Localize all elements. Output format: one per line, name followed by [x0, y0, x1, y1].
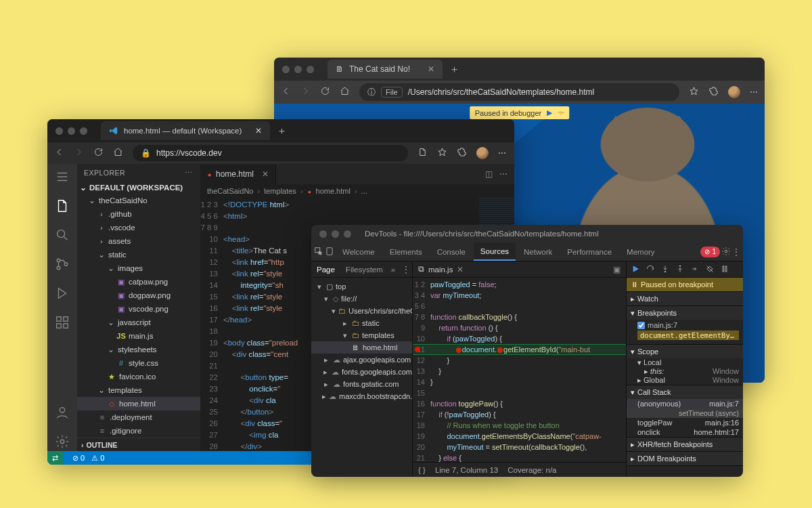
extensions-view-button[interactable]: [55, 315, 70, 332]
editor-tab-homehtml[interactable]: ⬥ home.html ✕: [200, 164, 276, 184]
folder-templates[interactable]: ⌄templates: [77, 383, 200, 397]
browser-tab-active[interactable]: 🗎 The Cat said No! ✕: [328, 60, 443, 79]
step-over-button[interactable]: [646, 264, 655, 275]
dom-bp-section[interactable]: ▸DOM Breakpoints: [627, 452, 743, 465]
source-code[interactable]: 1 2 3 4 5 6 7 8 9 10 11 12 13 14 15 16 1…: [413, 278, 626, 462]
stack-frame-0[interactable]: (anonymous)main.js:7: [627, 399, 743, 408]
close-tab-icon[interactable]: ✕: [255, 126, 262, 135]
browser-menu-button[interactable]: ⋯: [498, 148, 508, 158]
run-view-button[interactable]: [55, 286, 70, 303]
breakpoint-marker[interactable]: [415, 347, 420, 352]
close-source-icon[interactable]: ✕: [457, 265, 464, 274]
tab-console[interactable]: Console: [430, 242, 472, 261]
breakpoints-section[interactable]: ▾Breakpoints: [627, 306, 743, 320]
tab-sources[interactable]: Sources: [474, 242, 516, 261]
file-dogpaw[interactable]: ▣dogpaw.png: [77, 289, 200, 302]
split-editor-icon[interactable]: ◫: [485, 169, 493, 179]
breadcrumbs[interactable]: theCatSaidNo› templates› ⬥home.html› ...: [200, 184, 514, 198]
subtab-page[interactable]: Page: [311, 266, 340, 274]
scm-view-button[interactable]: [55, 257, 70, 274]
folder-thecatsaidno[interactable]: ⌄theCatSaidNo: [77, 194, 200, 207]
resume-icon[interactable]: ▶: [547, 108, 552, 117]
deactivate-bp-button[interactable]: [705, 264, 715, 275]
resume-button[interactable]: [631, 264, 640, 275]
source-filename[interactable]: main.js: [428, 266, 453, 274]
pretty-print-icon[interactable]: { }: [418, 466, 426, 474]
watch-section[interactable]: ▸Watch: [627, 292, 743, 305]
settings-button[interactable]: [55, 434, 70, 451]
window-controls[interactable]: [311, 230, 359, 238]
subtab-more-icon[interactable]: »: [388, 266, 398, 274]
window-controls[interactable]: [47, 127, 95, 135]
subtab-filesystem[interactable]: Filesystem: [340, 266, 388, 274]
profile-avatar[interactable]: [476, 147, 489, 159]
menu-button[interactable]: [55, 169, 70, 186]
back-button[interactable]: [281, 86, 291, 98]
folder-stylesheets[interactable]: ⌄stylesheets: [77, 343, 200, 356]
accounts-button[interactable]: [55, 405, 70, 422]
bp-location[interactable]: main.js:7: [648, 321, 677, 329]
forward-button[interactable]: [300, 86, 311, 98]
tab-network[interactable]: Network: [517, 242, 559, 261]
folder-images[interactable]: ⌄images: [77, 261, 200, 275]
folder-static[interactable]: ⌄static: [77, 248, 200, 261]
origin-ajax[interactable]: ▸☁ajax.googleapis.com: [311, 354, 412, 366]
file-vscodepng[interactable]: ▣vscode.png: [77, 302, 200, 316]
file-catpaw[interactable]: ▣catpaw.png: [77, 275, 200, 289]
forward-button[interactable]: [74, 147, 84, 159]
file-gitignore[interactable]: ≡.gitignore: [77, 424, 200, 438]
remote-indicator[interactable]: ⇄: [47, 451, 63, 465]
workspace-root-header[interactable]: ⌄DEFAULT (WORKSPACE): [77, 182, 200, 194]
file-stylecss[interactable]: #style.css: [77, 356, 200, 370]
devtools-more-icon[interactable]: ⋮: [732, 247, 740, 257]
origin-fonts-gstatic[interactable]: ▸☁fonts.gstatic.com: [311, 378, 412, 390]
reload-button[interactable]: [320, 86, 330, 98]
step-button[interactable]: [690, 264, 700, 275]
origin-fonts-google[interactable]: ▸☁fonts.googleapis.com: [311, 366, 412, 378]
stack-frame-2[interactable]: onclickhome.html:17: [627, 427, 743, 437]
step-icon[interactable]: ⤼: [558, 108, 564, 117]
reload-button[interactable]: [93, 147, 104, 159]
source-maximize-icon[interactable]: ▣: [613, 265, 621, 274]
folder-github[interactable]: ›.github: [77, 207, 200, 221]
xhr-bp-section[interactable]: ▸XHR/fetch Breakpoints: [627, 438, 743, 451]
favorites-button[interactable]: [437, 147, 447, 159]
folder-templates[interactable]: ▾🗀templates: [311, 329, 412, 341]
extensions-button[interactable]: [457, 147, 467, 159]
scope-local[interactable]: ▾ Local: [627, 358, 743, 367]
devtools-settings-icon[interactable]: [721, 247, 731, 257]
folder-static[interactable]: ▸🗀static: [311, 317, 412, 329]
close-editor-icon[interactable]: ✕: [262, 169, 269, 179]
file-homehtml[interactable]: 🗎home.html: [311, 341, 412, 354]
file-mainjs[interactable]: JSmain.js: [77, 329, 200, 343]
origin-maxcdn[interactable]: ▸☁maxcdn.bootstrapcdn.com: [311, 390, 412, 402]
home-button[interactable]: [340, 86, 350, 98]
vscode-window-tab[interactable]: home.html — default (Workspace) ✕: [101, 121, 270, 140]
inspect-button[interactable]: [314, 247, 323, 257]
new-tab-button[interactable]: ＋: [449, 63, 459, 76]
callstack-section[interactable]: ▾Call Stack: [627, 385, 743, 399]
address-bar[interactable]: ⓘ File /Users/chris/src/theCatSaidNo/tem…: [359, 83, 679, 101]
step-into-button[interactable]: [660, 264, 670, 275]
new-tab-button[interactable]: ＋: [277, 125, 287, 137]
outline-header[interactable]: ›OUTLINE: [77, 438, 200, 451]
file-deployment[interactable]: ≡.deployment: [77, 410, 200, 424]
path-root[interactable]: ▾🗀Users/chris/src/theCatSaidNo: [311, 305, 412, 317]
error-count-badge[interactable]: ⊘ 1: [700, 247, 720, 257]
tab-welcome[interactable]: Welcome: [336, 242, 382, 261]
stack-frame-1[interactable]: togglePawmain.js:16: [627, 418, 743, 427]
lock-icon[interactable]: 🔒: [141, 148, 151, 158]
problems-errors[interactable]: ⊘ 0: [72, 454, 85, 463]
explorer-more-icon[interactable]: ⋯: [185, 169, 194, 177]
folder-vscode[interactable]: ›.vscode: [77, 221, 200, 234]
tab-elements[interactable]: Elements: [383, 242, 429, 261]
scope-global[interactable]: ▸ GlobalWindow: [627, 376, 743, 385]
origin-file[interactable]: ▾◇file://: [311, 293, 412, 305]
folder-javascript[interactable]: ⌄javascript: [77, 316, 200, 329]
device-button[interactable]: [325, 247, 334, 257]
close-tab-icon[interactable]: ✕: [428, 64, 434, 74]
favorites-button[interactable]: [689, 86, 699, 98]
file-favicon[interactable]: ★favicon.ico: [77, 370, 200, 383]
tab-performance[interactable]: Performance: [560, 242, 618, 261]
vscode-address-bar[interactable]: 🔒 https://vscode.dev: [133, 145, 408, 161]
